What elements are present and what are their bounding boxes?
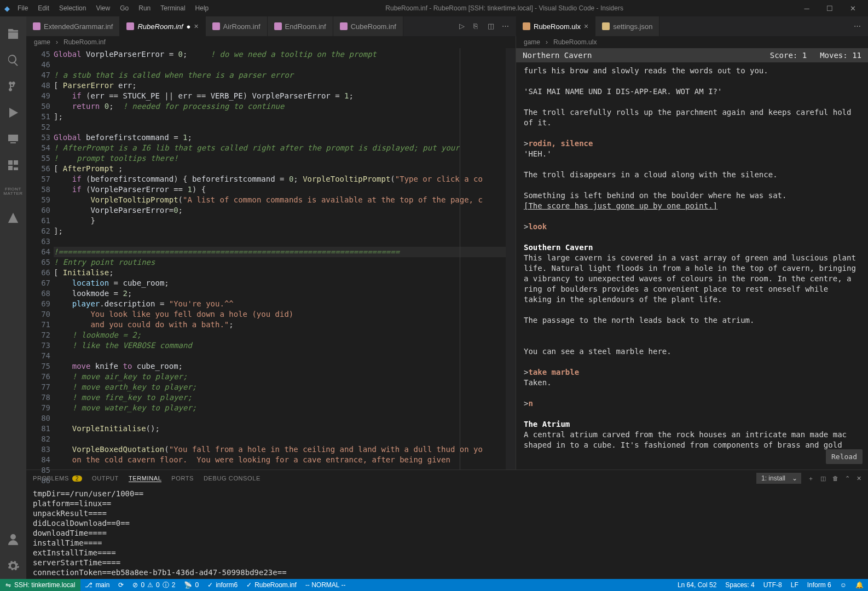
panel-close-icon[interactable]: ✕	[857, 475, 861, 482]
tab-cuberoom-inf[interactable]: CubeRoom.inf	[333, 16, 403, 36]
tab-label: ExtendedGrammar.inf	[44, 22, 113, 31]
panel-tab-output[interactable]: OUTPUT	[92, 475, 119, 482]
tab-airroom-inf[interactable]: AirRoom.inf	[206, 16, 268, 36]
tab-extendedgrammar-inf[interactable]: ExtendedGrammar.inf	[26, 16, 120, 36]
transcript-line	[524, 76, 860, 86]
line-gutter: 4546474849505152535455565758596061626364…	[26, 48, 54, 470]
json-file-icon	[602, 22, 610, 30]
panel-tab-terminal[interactable]: TERMINAL	[129, 475, 161, 482]
terminal-kill-icon[interactable]: 🗑	[832, 475, 838, 482]
problems-badge: 2	[72, 476, 82, 482]
panel-tab-ports[interactable]: PORTS	[171, 475, 194, 482]
panel-tabs: PROBLEMS 2 OUTPUT TERMINAL PORTS DEBUG C…	[26, 470, 868, 486]
terminal-split-icon[interactable]: ◫	[820, 475, 826, 482]
terminal-line: tmpDir==/run/user/1000==	[33, 489, 861, 499]
breadcrumb-segment[interactable]: RubeRoom.ulx	[553, 38, 597, 46]
menu-selection[interactable]: Selection	[55, 3, 90, 13]
transcript-line	[524, 409, 860, 419]
status-remote[interactable]: ⇋ SSH: tinkertime.local	[0, 579, 80, 591]
accounts-icon[interactable]	[0, 526, 26, 553]
terminal-line: platform==linux==	[33, 499, 861, 508]
tab-ruberoom-ulx[interactable]: RubeRoom.ulx×	[516, 16, 595, 36]
tab-close-icon[interactable]: ×	[194, 22, 198, 30]
editor-right: gameRubeRoom.ulx Northern Cavern Score: …	[516, 36, 868, 470]
inf-file-icon	[274, 22, 282, 30]
game-status-bar: Northern Cavern Score: 1 Moves: 11	[516, 48, 868, 62]
status-sync[interactable]: ⟳	[114, 581, 128, 589]
breadcrumb-segment[interactable]: game	[524, 38, 540, 46]
menu-view[interactable]: View	[91, 3, 114, 13]
editor-ruler	[460, 48, 460, 470]
split-editor-icon[interactable]: ◫	[488, 22, 496, 31]
status-task[interactable]: ✓ inform6	[203, 581, 242, 589]
diff-icon[interactable]: ⎘	[473, 22, 482, 31]
remote-label: SSH: tinkertime.local	[14, 581, 75, 589]
status-branch[interactable]: ⎇ main	[80, 581, 114, 589]
status-cursor[interactable]: Ln 64, Col 52	[673, 581, 721, 589]
terminal-task-select[interactable]: 1: install	[756, 473, 801, 484]
status-file-ok[interactable]: ✓ RubeRoom.inf	[242, 581, 301, 589]
transcript-line	[524, 326, 860, 336]
game-moves: Moves: 11	[820, 51, 861, 60]
tab-close-icon[interactable]: ×	[584, 22, 588, 30]
status-problems[interactable]: ⊘0 ⚠0 ⓘ2	[128, 581, 180, 590]
code-editor[interactable]: Global VorpleParserError = 0; ! do we ne…	[54, 48, 516, 470]
close-window-button[interactable]: ✕	[842, 1, 864, 16]
breadcrumb-left[interactable]: gameRubeRoom.inf	[26, 36, 516, 48]
transcript-line: The passage to the north leads back to t…	[524, 315, 860, 326]
tab-endroom-inf[interactable]: EndRoom.inf	[268, 16, 333, 36]
terminal-line: didLocalDownload==0==	[33, 518, 861, 528]
transcript-line	[524, 159, 860, 170]
menu-terminal[interactable]: Terminal	[156, 3, 189, 13]
breadcrumb-segment[interactable]: RubeRoom.inf	[63, 38, 106, 46]
status-encoding[interactable]: UTF-8	[759, 581, 786, 589]
status-feedback-icon[interactable]: ☺	[836, 581, 851, 589]
status-eol[interactable]: LF	[786, 581, 803, 589]
search-icon[interactable]	[0, 47, 26, 73]
transcript-line	[524, 97, 860, 107]
transcript-line: A central atrium carved from the rock ho…	[524, 430, 860, 450]
more-icon[interactable]: ⋯	[502, 22, 511, 31]
minimize-button[interactable]: ─	[796, 1, 818, 16]
remote-explorer-icon[interactable]	[0, 126, 26, 152]
menu-run[interactable]: Run	[134, 3, 155, 13]
front-matter-icon[interactable]: FRONTMATTER	[0, 178, 26, 205]
breadcrumb-segment[interactable]: game	[34, 38, 50, 46]
ulx-file-icon	[523, 22, 530, 30]
error-icon: ⊘	[132, 581, 138, 589]
menu-edit[interactable]: Edit	[33, 3, 54, 13]
more-icon[interactable]: ⋯	[854, 22, 863, 31]
tab-ruberoom-inf[interactable]: RubeRoom.inf●×	[120, 16, 205, 36]
status-ports[interactable]: 📡0	[180, 581, 203, 589]
settings-gear-icon[interactable]	[0, 553, 26, 579]
menu-help[interactable]: Help	[191, 3, 213, 13]
extensions-icon[interactable]	[0, 152, 26, 178]
status-indent[interactable]: Spaces: 4	[721, 581, 759, 589]
azure-icon[interactable]	[0, 205, 26, 231]
game-transcript[interactable]: furls his brow and slowly reads the word…	[516, 62, 868, 470]
tab-settings-json[interactable]: settings.json	[595, 16, 659, 36]
inf-file-icon	[126, 22, 134, 30]
transcript-line: >rodin, silence	[524, 138, 860, 149]
source-control-icon[interactable]	[0, 73, 26, 100]
run-debug-icon[interactable]	[0, 100, 26, 126]
tab-label: RubeRoom.inf	[137, 22, 183, 31]
panel-maximize-icon[interactable]: ⌃	[845, 475, 850, 482]
maximize-button[interactable]: ☐	[819, 1, 841, 16]
transcript-line: >take marble	[524, 367, 860, 378]
status-language[interactable]: Inform 6	[803, 581, 836, 589]
terminal-output[interactable]: tmpDir==/run/user/1000==platform==linux=…	[26, 486, 868, 579]
menu-go[interactable]: Go	[115, 3, 133, 13]
breadcrumb-sep-icon	[543, 38, 550, 46]
panel-tab-debug[interactable]: DEBUG CONSOLE	[204, 475, 261, 482]
terminal-line: installTime====	[33, 538, 861, 548]
reload-button[interactable]: Reload	[826, 449, 863, 464]
breadcrumb-sep-icon	[54, 38, 60, 46]
explorer-icon[interactable]	[0, 21, 26, 47]
minimap[interactable]	[506, 48, 516, 470]
run-icon[interactable]: ▷	[459, 22, 468, 31]
breadcrumb-right[interactable]: gameRubeRoom.ulx	[516, 36, 868, 48]
menu-file[interactable]: File	[13, 3, 32, 13]
terminal-new-icon[interactable]: ＋	[808, 474, 814, 483]
status-bell-icon[interactable]: 🔔	[851, 581, 868, 589]
